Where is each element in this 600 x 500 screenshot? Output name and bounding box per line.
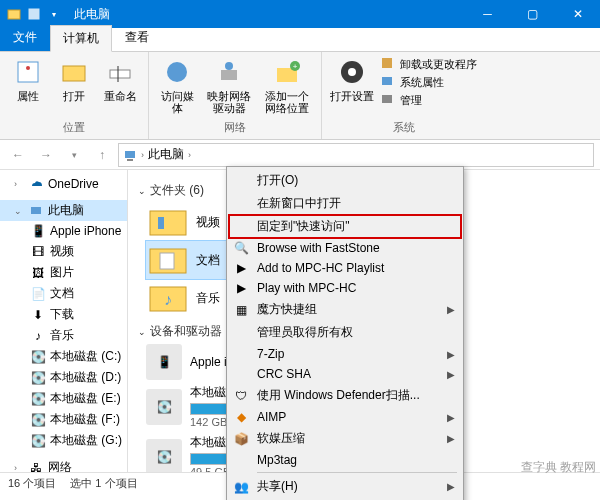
ctx-7zip[interactable]: 7-Zip▶ — [229, 344, 461, 364]
ribbon-group-location: 属性 打开 重命名 位置 — [0, 52, 149, 139]
disk-icon: 💽 — [146, 439, 182, 472]
properties-icon[interactable] — [26, 6, 42, 22]
ctx-pin-quickaccess[interactable]: 固定到"快速访问" — [229, 215, 461, 238]
disk-icon: 💽 — [146, 389, 182, 425]
ctx-mp3tag[interactable]: Mp3tag — [229, 450, 461, 470]
ctx-crcsha[interactable]: CRC SHA▶ — [229, 364, 461, 384]
nav-documents[interactable]: 📄文档 — [0, 283, 127, 304]
watermark: 查字典 教程网 — [521, 459, 596, 476]
svg-point-3 — [26, 66, 30, 70]
uninstall-button[interactable]: 卸载或更改程序 — [380, 56, 477, 72]
ctx-addmpc[interactable]: ▶Add to MPC-HC Playlist — [229, 258, 461, 278]
nav-music[interactable]: ♪音乐 — [0, 325, 127, 346]
aimp-icon: ◆ — [233, 409, 249, 425]
window-title: 此电脑 — [68, 6, 110, 23]
maximize-button[interactable]: ▢ — [510, 0, 555, 28]
properties-button[interactable]: 属性 — [8, 56, 48, 102]
tab-computer[interactable]: 计算机 — [50, 25, 112, 52]
ctx-open[interactable]: 打开(O) — [229, 169, 461, 192]
nav-iphone[interactable]: 📱Apple iPhone — [0, 221, 127, 241]
nav-onedrive[interactable]: ›OneDrive — [0, 174, 127, 194]
ctx-separator — [257, 472, 457, 473]
ctx-plaympc[interactable]: ▶Play with MPC-HC — [229, 278, 461, 298]
svg-point-7 — [167, 62, 187, 82]
ribbon-group-network: 访问媒体 映射网络驱动器 +添加一个网络位置 网络 — [149, 52, 322, 139]
ctx-soft[interactable]: 📦软媒压缩▶ — [229, 427, 461, 450]
context-menu: 打开(O) 在新窗口中打开 固定到"快速访问" 🔍Browse with Fas… — [226, 166, 464, 500]
nav-diskF[interactable]: 💽本地磁盘 (F:) — [0, 409, 127, 430]
svg-rect-17 — [382, 95, 392, 103]
nav-thispc[interactable]: ⌄此电脑 — [0, 200, 127, 221]
svg-rect-19 — [127, 159, 133, 161]
svg-rect-15 — [382, 58, 392, 68]
ctx-aimp[interactable]: ◆AIMP▶ — [229, 407, 461, 427]
group-label-location: 位置 — [8, 120, 140, 135]
grid-icon: ▦ — [233, 302, 249, 318]
svg-rect-2 — [18, 62, 38, 82]
folder-icon — [6, 6, 22, 22]
dropdown-icon[interactable]: ▾ — [46, 6, 62, 22]
svg-text:+: + — [293, 62, 298, 71]
window-controls: ─ ▢ ✕ — [465, 0, 600, 28]
title-bar: ▾ 此电脑 ─ ▢ ✕ — [0, 0, 600, 28]
ctx-newwindow[interactable]: 在新窗口中打开 — [229, 192, 461, 215]
minimize-button[interactable]: ─ — [465, 0, 510, 28]
manage-button[interactable]: 管理 — [380, 92, 477, 108]
ctx-admin[interactable]: 管理员取得所有权 — [229, 321, 461, 344]
nav-diskE[interactable]: 💽本地磁盘 (E:) — [0, 388, 127, 409]
nav-diskG[interactable]: 💽本地磁盘 (G:) — [0, 430, 127, 451]
up-button[interactable]: ↑ — [90, 143, 114, 167]
svg-text:♪: ♪ — [164, 291, 172, 308]
close-button[interactable]: ✕ — [555, 0, 600, 28]
svg-rect-0 — [8, 10, 20, 19]
breadcrumb-node[interactable]: 此电脑 — [148, 146, 184, 163]
quick-access-toolbar: ▾ — [0, 6, 68, 22]
svg-rect-21 — [150, 211, 186, 235]
history-dropdown[interactable]: ▾ — [62, 143, 86, 167]
tab-view[interactable]: 查看 — [112, 24, 162, 51]
add-location-button[interactable]: +添加一个网络位置 — [261, 56, 313, 114]
phone-icon: 📱 — [146, 344, 182, 380]
back-button[interactable]: ← — [6, 143, 30, 167]
svg-rect-1 — [29, 9, 39, 19]
nav-downloads[interactable]: ⬇下载 — [0, 304, 127, 325]
forward-button[interactable]: → — [34, 143, 58, 167]
settings-button[interactable]: 打开设置 — [330, 56, 374, 102]
ribbon-tabs: 文件 计算机 查看 — [0, 28, 600, 52]
svg-point-9 — [225, 62, 233, 70]
nav-network[interactable]: ›🖧网络 — [0, 457, 127, 472]
group-label-system: 系统 — [330, 120, 477, 135]
ctx-share[interactable]: 👥共享(H)▶ — [229, 475, 461, 498]
svg-rect-22 — [158, 217, 164, 229]
nav-pictures[interactable]: 🖼图片 — [0, 262, 127, 283]
media-button[interactable]: 访问媒体 — [157, 56, 197, 114]
svg-rect-4 — [63, 66, 85, 81]
shield-icon: 🛡 — [233, 388, 249, 404]
nav-videos[interactable]: 🎞视频 — [0, 241, 127, 262]
ribbon: 属性 打开 重命名 位置 访问媒体 映射网络驱动器 +添加一个网络位置 网络 打… — [0, 52, 600, 140]
svg-rect-5 — [110, 70, 130, 78]
mpc-icon: ▶ — [233, 280, 249, 296]
folder-icon — [148, 205, 188, 239]
rename-button[interactable]: 重命名 — [100, 56, 140, 102]
svg-rect-24 — [160, 253, 174, 269]
navigation-pane: ›OneDrive ⌄此电脑 📱Apple iPhone 🎞视频 🖼图片 📄文档… — [0, 170, 128, 472]
nav-diskC[interactable]: 💽本地磁盘 (C:) — [0, 346, 127, 367]
svg-rect-8 — [221, 70, 237, 80]
ctx-mofang[interactable]: ▦魔方快捷组▶ — [229, 298, 461, 321]
svg-rect-20 — [31, 207, 41, 214]
nav-diskD[interactable]: 💽本地磁盘 (D:) — [0, 367, 127, 388]
breadcrumb[interactable]: › 此电脑 › — [118, 143, 594, 167]
pc-icon — [123, 148, 137, 162]
svg-rect-16 — [382, 77, 392, 85]
ctx-defender[interactable]: 🛡使用 Windows Defender扫描... — [229, 384, 461, 407]
ribbon-group-system: 打开设置 卸载或更改程序 系统属性 管理 系统 — [322, 52, 485, 139]
open-button[interactable]: 打开 — [54, 56, 94, 102]
sysprops-button[interactable]: 系统属性 — [380, 74, 477, 90]
map-drive-button[interactable]: 映射网络驱动器 — [203, 56, 255, 114]
ctx-faststone[interactable]: 🔍Browse with FastStone — [229, 238, 461, 258]
mpc-icon: ▶ — [233, 260, 249, 276]
group-label-network: 网络 — [157, 120, 313, 135]
svg-rect-18 — [125, 151, 135, 158]
tab-file[interactable]: 文件 — [0, 24, 50, 51]
